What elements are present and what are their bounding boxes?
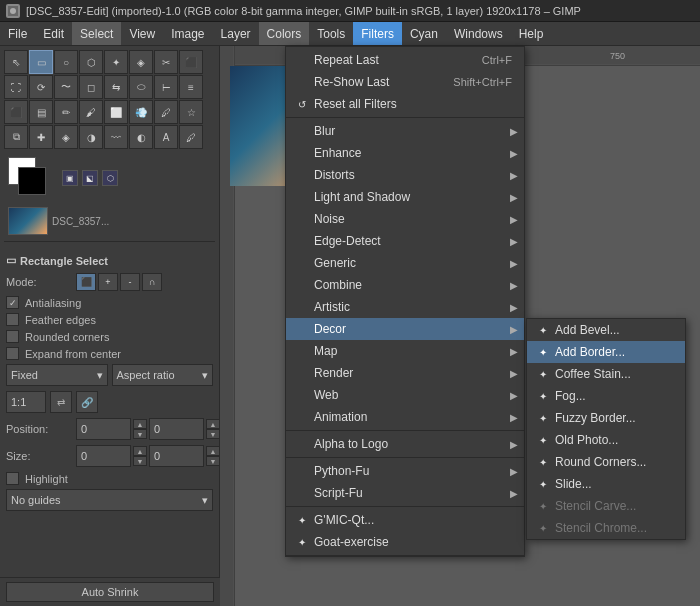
tool-3d-transform[interactable]: ◻ bbox=[79, 75, 103, 99]
filters-goat-exercise[interactable]: ✦ Goat-exercise bbox=[286, 531, 524, 553]
decor-add-bevel[interactable]: ✦ Add Bevel... bbox=[527, 319, 685, 341]
tool-scissors[interactable]: ✂ bbox=[154, 50, 178, 74]
tool-warp[interactable]: 〜 bbox=[54, 75, 78, 99]
size-h-up[interactable]: ▲ bbox=[206, 446, 220, 456]
decor-slide[interactable]: ✦ Slide... bbox=[527, 473, 685, 495]
tool-mypaint[interactable]: ☆ bbox=[179, 100, 203, 124]
filters-script-fu[interactable]: Script-Fu ▶ bbox=[286, 482, 524, 504]
menu-file[interactable]: File bbox=[0, 22, 35, 45]
tool-paintbrush[interactable]: 🖌 bbox=[79, 100, 103, 124]
filters-enhance[interactable]: Enhance ▶ bbox=[286, 142, 524, 164]
pos-y-input[interactable]: 0 bbox=[149, 418, 204, 440]
tool-text[interactable]: A bbox=[154, 125, 178, 149]
pos-x-down[interactable]: ▼ bbox=[133, 429, 147, 439]
tool-blur-sharpen[interactable]: ◑ bbox=[79, 125, 103, 149]
decor-add-border[interactable]: ✦ Add Border... bbox=[527, 341, 685, 363]
tool-ink[interactable]: 🖊 bbox=[154, 100, 178, 124]
pos-y-down[interactable]: ▼ bbox=[206, 429, 220, 439]
ratio-input[interactable]: 1:1 bbox=[6, 391, 46, 413]
decor-coffee-stain[interactable]: ✦ Coffee Stain... bbox=[527, 363, 685, 385]
decor-fog[interactable]: ✦ Fog... bbox=[527, 385, 685, 407]
mode-intersect[interactable]: ∩ bbox=[142, 273, 162, 291]
filters-gmic[interactable]: ✦ G'MIC-Qt... bbox=[286, 509, 524, 531]
filters-repeat-last[interactable]: Repeat Last Ctrl+F bbox=[286, 49, 524, 71]
guides-select[interactable]: No guides ▾ bbox=[6, 489, 213, 511]
filters-decor[interactable]: Decor ▶ ✦ Add Bevel... ✦ Add Border... ✦… bbox=[286, 318, 524, 340]
aspect-select[interactable]: Aspect ratio ▾ bbox=[112, 364, 214, 386]
size-h-input[interactable]: 0 bbox=[149, 445, 204, 467]
ratio-link-btn[interactable]: 🔗 bbox=[76, 391, 98, 413]
filters-distorts[interactable]: Distorts ▶ bbox=[286, 164, 524, 186]
tool-flip[interactable]: ⇆ bbox=[104, 75, 128, 99]
filters-animation[interactable]: Animation ▶ bbox=[286, 406, 524, 428]
ratio-swap-btn[interactable]: ⇄ bbox=[50, 391, 72, 413]
filters-web[interactable]: Web ▶ bbox=[286, 384, 524, 406]
filters-blur[interactable]: Blur ▶ bbox=[286, 120, 524, 142]
tool-pointer[interactable]: ⇖ bbox=[4, 50, 28, 74]
quick-mask-icon[interactable]: ⬕ bbox=[82, 170, 98, 186]
decor-fuzzy-border[interactable]: ✦ Fuzzy Border... bbox=[527, 407, 685, 429]
filters-light-shadow[interactable]: Light and Shadow ▶ bbox=[286, 186, 524, 208]
menu-edit[interactable]: Edit bbox=[35, 22, 72, 45]
menu-colors[interactable]: Colors bbox=[259, 22, 310, 45]
filters-map[interactable]: Map ▶ bbox=[286, 340, 524, 362]
menu-help[interactable]: Help bbox=[511, 22, 552, 45]
path-icon[interactable]: ⬡ bbox=[102, 170, 118, 186]
menu-image[interactable]: Image bbox=[163, 22, 212, 45]
tool-airbrush[interactable]: 💨 bbox=[129, 100, 153, 124]
tool-transform[interactable]: ⟳ bbox=[29, 75, 53, 99]
tool-paint-bucket[interactable]: ⬛ bbox=[4, 100, 28, 124]
filters-combine[interactable]: Combine ▶ bbox=[286, 274, 524, 296]
menu-tools[interactable]: Tools bbox=[309, 22, 353, 45]
tool-rect-select[interactable]: ▭ bbox=[29, 50, 53, 74]
mode-icon[interactable]: ▣ bbox=[62, 170, 78, 186]
pos-x-input[interactable]: 0 bbox=[76, 418, 131, 440]
tool-crop[interactable]: ⛶ bbox=[4, 75, 28, 99]
tool-free-select[interactable]: ⬡ bbox=[79, 50, 103, 74]
tool-measure[interactable]: ⊢ bbox=[154, 75, 178, 99]
rounded-checkbox[interactable] bbox=[6, 330, 19, 343]
mode-replace[interactable]: ⬛ bbox=[76, 273, 96, 291]
menu-select[interactable]: Select bbox=[72, 22, 121, 45]
tool-ellipse-select[interactable]: ○ bbox=[54, 50, 78, 74]
filters-artistic[interactable]: Artistic ▶ bbox=[286, 296, 524, 318]
tool-fuzzy-select[interactable]: ✦ bbox=[104, 50, 128, 74]
tool-eraser[interactable]: ⬜ bbox=[104, 100, 128, 124]
filters-python-fu[interactable]: Python-Fu ▶ bbox=[286, 460, 524, 482]
color-swatches[interactable] bbox=[8, 157, 50, 199]
fixed-select[interactable]: Fixed ▾ bbox=[6, 364, 108, 386]
size-h-down[interactable]: ▼ bbox=[206, 456, 220, 466]
menu-windows[interactable]: Windows bbox=[446, 22, 511, 45]
foreground-color[interactable] bbox=[18, 167, 46, 195]
auto-shrink-button[interactable]: Auto Shrink bbox=[6, 582, 214, 602]
pos-y-up[interactable]: ▲ bbox=[206, 419, 220, 429]
filters-noise[interactable]: Noise ▶ bbox=[286, 208, 524, 230]
tool-healing[interactable]: ✚ bbox=[29, 125, 53, 149]
filters-reshow-last[interactable]: Re-Show Last Shift+Ctrl+F bbox=[286, 71, 524, 93]
decor-old-photo[interactable]: ✦ Old Photo... bbox=[527, 429, 685, 451]
menu-view[interactable]: View bbox=[121, 22, 163, 45]
menu-layer[interactable]: Layer bbox=[213, 22, 259, 45]
mode-subtract[interactable]: - bbox=[120, 273, 140, 291]
menu-cyan[interactable]: Cyan bbox=[402, 22, 446, 45]
size-w-input[interactable]: 0 bbox=[76, 445, 131, 467]
tool-clone[interactable]: ⧉ bbox=[4, 125, 28, 149]
tool-paths[interactable]: 🖊 bbox=[179, 125, 203, 149]
mode-add[interactable]: + bbox=[98, 273, 118, 291]
tool-pencil[interactable]: ✏ bbox=[54, 100, 78, 124]
filters-alpha-to-logo[interactable]: Alpha to Logo ▶ bbox=[286, 433, 524, 455]
antialias-checkbox[interactable] bbox=[6, 296, 19, 309]
tool-gradient[interactable]: ▤ bbox=[29, 100, 53, 124]
tool-align[interactable]: ≡ bbox=[179, 75, 203, 99]
tool-color-select[interactable]: ◈ bbox=[129, 50, 153, 74]
feather-checkbox[interactable] bbox=[6, 313, 19, 326]
size-w-up[interactable]: ▲ bbox=[133, 446, 147, 456]
tool-perspective-clone[interactable]: ◈ bbox=[54, 125, 78, 149]
pos-x-up[interactable]: ▲ bbox=[133, 419, 147, 429]
expand-checkbox[interactable] bbox=[6, 347, 19, 360]
filters-edge-detect[interactable]: Edge-Detect ▶ bbox=[286, 230, 524, 252]
tool-dodge-burn[interactable]: ◐ bbox=[129, 125, 153, 149]
decor-round-corners[interactable]: ✦ Round Corners... bbox=[527, 451, 685, 473]
tool-smudge[interactable]: 〰 bbox=[104, 125, 128, 149]
tool-foreground-select[interactable]: ⬛ bbox=[179, 50, 203, 74]
